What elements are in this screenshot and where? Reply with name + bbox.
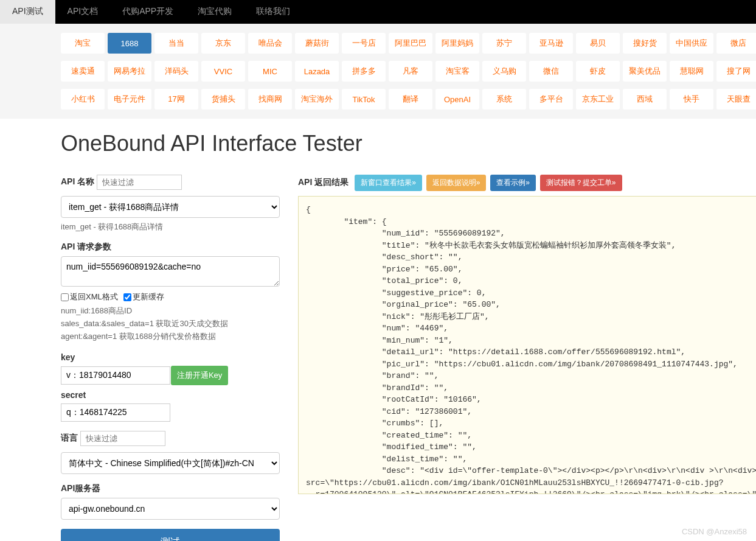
platform-btn-西域[interactable]: 西域 <box>623 89 667 110</box>
platform-btn-苏宁[interactable]: 苏宁 <box>482 33 526 54</box>
lang-select[interactable]: 简体中文 - Chinese Simplified(中文[简体])#zh-CN <box>61 452 280 474</box>
platform-btn-微信[interactable]: 微信 <box>529 61 573 82</box>
platform-btn-阿里巴巴[interactable]: 阿里巴巴 <box>389 33 432 54</box>
platform-btn-电子元件[interactable]: 电子元件 <box>108 89 151 110</box>
platform-btn-速卖通[interactable]: 速卖通 <box>61 61 105 82</box>
result-label: API 返回结果 <box>298 177 349 187</box>
api-name-filter-input[interactable] <box>97 175 182 190</box>
xml-checkbox-label: 返回XML格式 <box>70 292 118 301</box>
server-label: API服务器 <box>61 483 100 494</box>
platform-btn-VVIC[interactable]: VVIC <box>201 61 245 82</box>
platform-btn-多平台[interactable]: 多平台 <box>529 89 573 110</box>
platform-btn-找商网[interactable]: 找商网 <box>248 89 292 110</box>
platform-btn-聚美优品[interactable]: 聚美优品 <box>623 61 667 82</box>
platform-btn-OpenAI[interactable]: OpenAI <box>435 89 479 110</box>
secret-label: secret <box>61 390 86 400</box>
platform-btn-搜了网[interactable]: 搜了网 <box>716 61 756 82</box>
platform-btn-凡客[interactable]: 凡客 <box>389 61 432 82</box>
platform-btn-MIC[interactable]: MIC <box>248 61 292 82</box>
platform-row-2: 速卖通网易考拉洋码头VVICMICLazada拼多多凡客淘宝客义乌购微信虾皮聚美… <box>61 61 695 82</box>
nav-app-dev[interactable]: 代购APP开发 <box>110 0 186 24</box>
api-name-label: API 名称 <box>61 176 94 187</box>
platform-btn-拼多多[interactable]: 拼多多 <box>342 61 386 82</box>
platform-btn-货捕头[interactable]: 货捕头 <box>201 89 245 110</box>
platform-btn-慧聪网[interactable]: 慧聪网 <box>670 61 713 82</box>
platform-btn-搜好货[interactable]: 搜好货 <box>623 33 667 54</box>
platform-btn-17网[interactable]: 17网 <box>154 89 198 110</box>
watermark: CSDN @Anzexi58 <box>682 527 747 536</box>
platform-btn-蘑菇街[interactable]: 蘑菇街 <box>295 33 339 54</box>
platform-btn-网易考拉[interactable]: 网易考拉 <box>108 61 151 82</box>
json-output[interactable]: { "item": { "num_iid": "555696089192", "… <box>298 196 756 494</box>
platform-btn-TikTok[interactable]: TikTok <box>342 89 386 110</box>
new-window-button[interactable]: 新窗口查看结果» <box>355 175 422 191</box>
form-panel: API 名称 item_get - 获得1688商品详情 item_get - … <box>61 175 280 541</box>
platform-btn-京东工业[interactable]: 京东工业 <box>576 89 620 110</box>
platform-section: 淘宝1688当当京东唯品会蘑菇街一号店阿里巴巴阿里妈妈苏宁亚马逊易贝搜好货中国供… <box>0 24 756 119</box>
report-button[interactable]: 测试报错？提交工单» <box>540 175 622 191</box>
platform-btn-虾皮[interactable]: 虾皮 <box>576 61 620 82</box>
platform-btn-淘宝[interactable]: 淘宝 <box>61 33 105 54</box>
platform-row-3: 小红书电子元件17网货捕头找商网淘宝海外TikTok翻译OpenAI系统多平台京… <box>61 89 695 110</box>
secret-input[interactable] <box>61 403 170 422</box>
api-desc-text: item_get - 获得1688商品详情 <box>61 222 280 232</box>
top-nav: API测试 API文档 代购APP开发 淘宝代购 联络我们 <box>0 0 756 24</box>
platform-btn-Lazada[interactable]: Lazada <box>295 61 339 82</box>
platform-btn-系统[interactable]: 系统 <box>482 89 526 110</box>
platform-btn-当当[interactable]: 当当 <box>154 33 198 54</box>
cache-checkbox-label: 更新缓存 <box>133 292 164 301</box>
api-select[interactable]: item_get - 获得1688商品详情 <box>61 196 280 218</box>
nav-api-test[interactable]: API测试 <box>0 0 55 24</box>
platform-btn-亚马逊[interactable]: 亚马逊 <box>529 33 573 54</box>
platform-btn-阿里妈妈[interactable]: 阿里妈妈 <box>435 33 479 54</box>
nav-api-docs[interactable]: API文档 <box>55 0 111 24</box>
platform-btn-易贝[interactable]: 易贝 <box>576 33 620 54</box>
page-title: OneBound API Interface Tester <box>61 131 695 156</box>
platform-btn-洋码头[interactable]: 洋码头 <box>154 61 198 82</box>
api-params-textarea[interactable]: num_iid=555696089192&cache=no <box>61 256 280 287</box>
platform-btn-微店[interactable]: 微店 <box>716 33 756 54</box>
data-desc-button[interactable]: 返回数据说明» <box>426 175 487 191</box>
platform-btn-翻译[interactable]: 翻译 <box>389 89 432 110</box>
lang-label: 语言 <box>61 433 78 444</box>
result-panel: API 返回结果 新窗口查看结果» 返回数据说明» 查看示例» 测试报错？提交工… <box>298 175 756 541</box>
main-content: OneBound API Interface Tester API 名称 ite… <box>0 119 756 541</box>
platform-btn-淘宝客[interactable]: 淘宝客 <box>435 61 479 82</box>
nav-taobao-proxy[interactable]: 淘宝代购 <box>186 0 244 24</box>
platform-btn-1688[interactable]: 1688 <box>108 33 151 54</box>
api-params-label: API 请求参数 <box>61 242 111 253</box>
test-button[interactable]: 测试 <box>61 529 280 541</box>
platform-btn-一号店[interactable]: 一号店 <box>342 33 386 54</box>
key-label: key <box>61 352 75 362</box>
platform-btn-小红书[interactable]: 小红书 <box>61 89 105 110</box>
platform-btn-京东[interactable]: 京东 <box>201 33 245 54</box>
example-button[interactable]: 查看示例» <box>490 175 536 191</box>
lang-filter-input[interactable] <box>80 431 165 446</box>
platform-btn-义乌购[interactable]: 义乌购 <box>482 61 526 82</box>
server-select[interactable]: api-gw.onebound.cn <box>61 498 280 520</box>
xml-checkbox[interactable] <box>61 293 69 301</box>
register-key-button[interactable]: 注册开通Key <box>171 366 228 385</box>
platform-btn-中国供应[interactable]: 中国供应 <box>670 33 713 54</box>
platform-row-1: 淘宝1688当当京东唯品会蘑菇街一号店阿里巴巴阿里妈妈苏宁亚马逊易贝搜好货中国供… <box>61 33 695 54</box>
platform-btn-天眼查[interactable]: 天眼查 <box>716 89 756 110</box>
platform-btn-淘宝海外[interactable]: 淘宝海外 <box>295 89 339 110</box>
params-desc: num_iid:1688商品ID sales_data:&sales_data=… <box>61 305 280 343</box>
platform-btn-唯品会[interactable]: 唯品会 <box>248 33 292 54</box>
key-input[interactable] <box>61 366 170 385</box>
cache-checkbox[interactable] <box>123 293 131 301</box>
nav-contact[interactable]: 联络我们 <box>244 0 302 24</box>
platform-btn-快手[interactable]: 快手 <box>670 89 713 110</box>
